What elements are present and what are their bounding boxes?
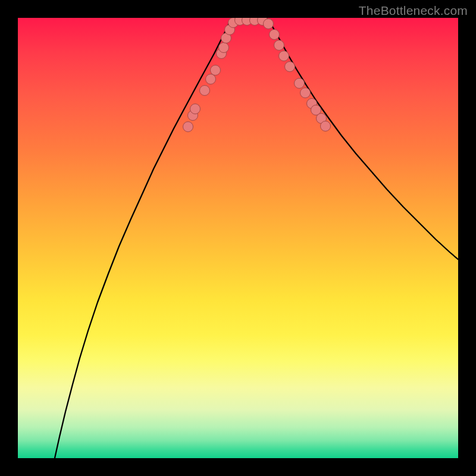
marker-point bbox=[279, 51, 289, 61]
curve-paths bbox=[55, 18, 458, 458]
marker-point bbox=[300, 88, 311, 98]
plot-area bbox=[18, 18, 458, 458]
marker-point bbox=[206, 74, 216, 84]
marker-point bbox=[295, 79, 305, 89]
marker-point bbox=[285, 62, 295, 72]
marker-point bbox=[200, 86, 210, 96]
curve-svg bbox=[18, 18, 458, 458]
watermark-text: TheBottleneck.com bbox=[359, 4, 468, 18]
marker-point bbox=[183, 122, 193, 132]
scatter-points bbox=[183, 18, 331, 132]
marker-point bbox=[264, 19, 274, 29]
marker-point bbox=[211, 65, 221, 76]
marker-point bbox=[190, 104, 201, 114]
marker-point bbox=[270, 30, 280, 40]
chart-stage: TheBottleneck.com bbox=[0, 0, 476, 476]
series-right-branch bbox=[267, 18, 458, 259]
marker-point bbox=[219, 43, 229, 53]
marker-point bbox=[321, 121, 331, 131]
series-left-branch bbox=[55, 18, 232, 458]
marker-point bbox=[274, 40, 284, 51]
